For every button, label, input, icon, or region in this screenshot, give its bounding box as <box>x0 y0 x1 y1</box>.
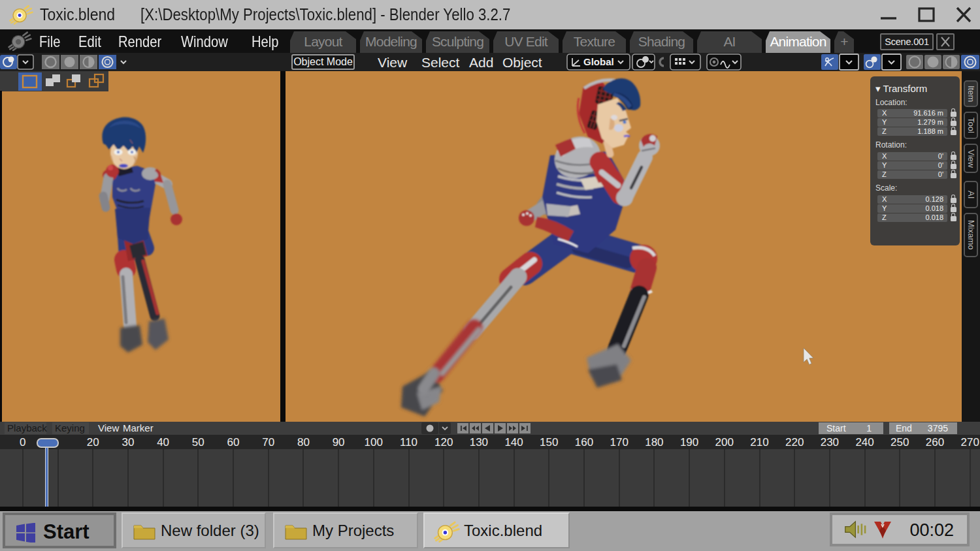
svg-text:Global: Global <box>583 56 614 67</box>
